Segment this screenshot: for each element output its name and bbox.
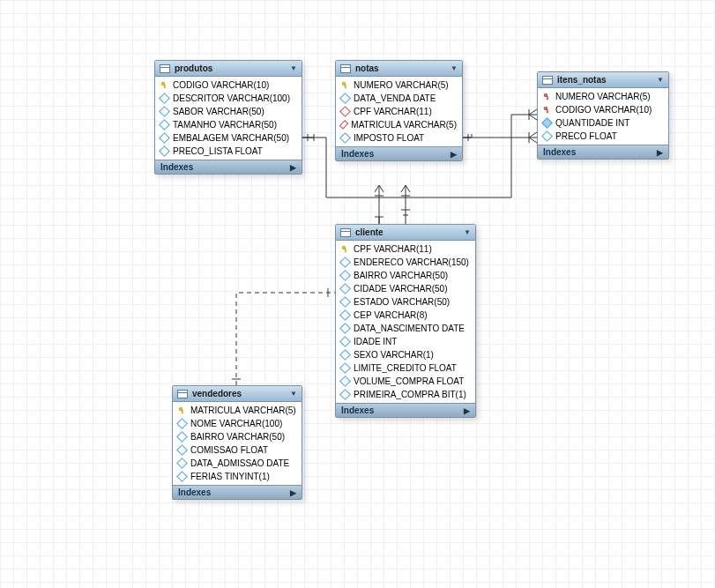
expand-icon[interactable]: ▶: [290, 163, 296, 172]
foreign-key-icon: [543, 106, 551, 114]
svg-rect-20: [346, 86, 347, 87]
column-row[interactable]: FERIAS TINYINT(1): [173, 470, 302, 483]
entity-cliente[interactable]: cliente ▼ CPF VARCHAR(11)ENDERECO VARCHA…: [335, 224, 476, 418]
column-row[interactable]: PRIMEIRA_COMPRA BIT(1): [336, 388, 475, 401]
collapse-icon[interactable]: ▼: [464, 228, 471, 236]
entity-notas[interactable]: notas ▼ NUMERO VARCHAR(5)DATA_VENDA DATE…: [335, 60, 463, 161]
column-icon: [339, 389, 351, 400]
column-row[interactable]: CPF VARCHAR(11): [336, 105, 462, 118]
column-text: VOLUME_COMPRA FLOAT: [354, 376, 464, 386]
entity-header[interactable]: notas ▼: [336, 61, 462, 77]
entity-itens-notas[interactable]: itens_notas ▼ NUMERO VARCHAR(5)CODIGO VA…: [537, 71, 669, 160]
collapse-icon[interactable]: ▼: [657, 76, 664, 84]
table-icon: [542, 76, 553, 85]
column-text: ESTADO VARCHAR(50): [354, 297, 450, 307]
column-row[interactable]: MATRICULA VARCHAR(5): [336, 118, 462, 131]
indexes-footer[interactable]: Indexes ▶: [155, 160, 302, 174]
expand-icon[interactable]: ▶: [451, 150, 457, 159]
column-row[interactable]: DATA_ADMISSAO DATE: [173, 457, 302, 470]
columns-list: CPF VARCHAR(11)ENDERECO VARCHAR(150)BAIR…: [336, 241, 475, 403]
column-row[interactable]: DESCRITOR VARCHAR(100): [155, 92, 302, 105]
column-row[interactable]: DATA_NASCIMENTO DATE: [336, 322, 475, 335]
column-row[interactable]: COMISSAO FLOAT: [173, 443, 302, 457]
column-row[interactable]: IDADE INT: [336, 335, 475, 348]
entity-header[interactable]: cliente ▼: [336, 225, 475, 241]
svg-rect-21: [346, 88, 347, 89]
entity-vendedores[interactable]: vendedores ▼ MATRICULA VARCHAR(5)NOME VA…: [172, 385, 302, 500]
column-row[interactable]: CODIGO VARCHAR(10): [538, 103, 668, 116]
column-text: TAMANHO VARCHAR(50): [173, 120, 277, 130]
entity-title: itens_notas: [557, 75, 652, 85]
column-row[interactable]: SABOR VARCHAR(50): [155, 105, 302, 118]
column-row[interactable]: LIMITE_CREDITO FLOAT: [336, 361, 475, 375]
column-row[interactable]: PRECO_LISTA FLOAT: [155, 145, 302, 158]
column-row[interactable]: VOLUME_COMPRA FLOAT: [336, 375, 475, 388]
column-text: COMISSAO FLOAT: [190, 445, 268, 455]
column-row[interactable]: CODIGO VARCHAR(10): [155, 78, 302, 92]
table-icon: [160, 64, 170, 73]
column-text: PRECO_LISTA FLOAT: [173, 146, 263, 156]
indexes-footer[interactable]: Indexes ▶: [538, 145, 668, 159]
column-row[interactable]: BAIRRO VARCHAR(50): [173, 430, 302, 443]
column-icon: [176, 431, 188, 443]
column-row[interactable]: BAIRRO VARCHAR(50): [336, 269, 475, 282]
entity-title: notas: [355, 63, 446, 73]
column-row[interactable]: TAMANHO VARCHAR(50): [155, 118, 302, 131]
column-text: NUMERO VARCHAR(5): [555, 92, 651, 101]
column-icon: [339, 296, 351, 308]
indexes-footer[interactable]: Indexes ▶: [173, 485, 302, 499]
expand-icon[interactable]: ▶: [464, 406, 470, 415]
column-icon: [159, 132, 170, 144]
indexes-label: Indexes: [341, 406, 374, 415]
column-row[interactable]: CPF VARCHAR(11): [336, 242, 475, 256]
column-text: DESCRITOR VARCHAR(100): [173, 93, 290, 103]
column-row[interactable]: MATRICULA VARCHAR(5): [173, 404, 302, 417]
collapse-icon[interactable]: ▼: [451, 64, 458, 72]
column-text: CODIGO VARCHAR(10): [555, 105, 652, 115]
expand-icon[interactable]: ▶: [657, 148, 663, 157]
columns-list: MATRICULA VARCHAR(5)NOME VARCHAR(100)BAI…: [173, 402, 302, 485]
entity-title: cliente: [355, 227, 459, 237]
column-text: EMBALAGEM VARCHAR(50): [173, 133, 289, 143]
column-row[interactable]: QUANTIDADE INT: [538, 116, 668, 130]
column-row[interactable]: SEXO VARCHAR(1): [336, 348, 475, 361]
entity-header[interactable]: vendedores ▼: [173, 386, 302, 402]
column-row[interactable]: NOME VARCHAR(100): [173, 417, 302, 430]
column-text: NOME VARCHAR(100): [190, 419, 282, 428]
column-icon: [176, 444, 188, 456]
svg-rect-37: [182, 413, 184, 414]
svg-rect-17: [165, 88, 167, 89]
columns-list: NUMERO VARCHAR(5)CODIGO VARCHAR(10)QUANT…: [538, 88, 668, 145]
column-text: NUMERO VARCHAR(5): [354, 80, 449, 90]
column-row[interactable]: IMPOSTO FLOAT: [336, 131, 462, 145]
column-icon: [159, 145, 170, 157]
indexes-footer[interactable]: Indexes ▶: [336, 146, 462, 160]
column-row[interactable]: NUMERO VARCHAR(5): [336, 78, 462, 92]
svg-rect-32: [346, 250, 347, 251]
column-row[interactable]: EMBALAGEM VARCHAR(50): [155, 131, 302, 145]
collapse-icon[interactable]: ▼: [290, 64, 297, 72]
column-text: CPF VARCHAR(11): [354, 107, 432, 116]
column-row[interactable]: PRECO FLOAT: [538, 130, 668, 143]
column-row[interactable]: ESTADO VARCHAR(50): [336, 295, 475, 309]
column-text: DATA_NASCIMENTO DATE: [354, 324, 465, 333]
column-text: CPF VARCHAR(11): [354, 244, 432, 254]
column-text: IMPOSTO FLOAT: [354, 133, 424, 143]
entity-header[interactable]: produtos ▼: [155, 61, 302, 77]
column-icon: [176, 418, 188, 429]
column-row[interactable]: NUMERO VARCHAR(5): [538, 90, 668, 103]
collapse-icon[interactable]: ▼: [290, 390, 297, 398]
column-row[interactable]: CEP VARCHAR(8): [336, 309, 475, 322]
foreign-key-icon: [543, 93, 551, 100]
svg-rect-33: [346, 252, 347, 253]
entity-produtos[interactable]: produtos ▼ CODIGO VARCHAR(10)DESCRITOR V…: [154, 60, 302, 175]
column-row[interactable]: CIDADE VARCHAR(50): [336, 282, 475, 295]
entity-header[interactable]: itens_notas ▼: [538, 72, 668, 88]
indexes-footer[interactable]: Indexes ▶: [336, 403, 475, 417]
column-row[interactable]: DATA_VENDA DATE: [336, 92, 462, 105]
table-icon: [177, 390, 188, 398]
expand-icon[interactable]: ▶: [290, 488, 296, 497]
column-text: DATA_VENDA DATE: [354, 93, 436, 103]
column-row[interactable]: ENDERECO VARCHAR(150): [336, 256, 475, 269]
column-icon: [159, 119, 170, 130]
